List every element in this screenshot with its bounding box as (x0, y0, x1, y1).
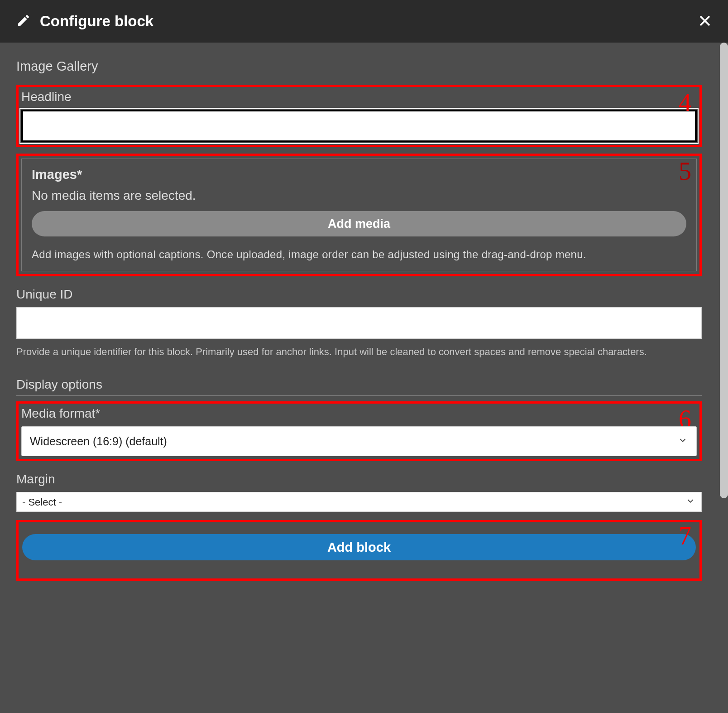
block-type-title: Image Gallery (16, 59, 702, 74)
margin-group: Margin - Select - (16, 472, 702, 512)
images-help-text: Add images with optional captions. Once … (32, 248, 686, 261)
margin-label: Margin (16, 472, 702, 487)
annotation-box-6: 6 Media format* Widescreen (16:9) (defau… (16, 401, 702, 461)
display-options-title: Display options (16, 377, 702, 396)
unique-id-help: Provide a unique identifier for this blo… (16, 344, 702, 359)
media-format-label: Media format* (21, 406, 697, 421)
configure-block-modal: Configure block Image Gallery 4 Headline… (0, 0, 728, 713)
unique-id-input[interactable] (16, 307, 702, 339)
headline-input[interactable] (21, 110, 697, 142)
display-options-section: Display options 6 Media format* Widescre… (16, 377, 702, 512)
add-block-button[interactable]: Add block (22, 534, 696, 560)
headline-label: Headline (21, 90, 697, 104)
margin-select-wrap: - Select - (16, 492, 702, 512)
images-legend: Images* (32, 167, 686, 182)
margin-select[interactable]: - Select - (16, 492, 702, 512)
close-button[interactable] (698, 14, 712, 29)
close-icon (698, 22, 712, 29)
unique-id-group: Unique ID Provide a unique identifier fo… (16, 287, 702, 359)
annotation-box-4: 4 Headline (16, 85, 702, 147)
modal-title: Configure block (40, 13, 153, 30)
annotation-number-4: 4 (679, 90, 691, 115)
media-format-select-wrap: Widescreen (16:9) (default) (21, 426, 697, 456)
modal-header: Configure block (0, 0, 728, 43)
modal-header-left: Configure block (16, 13, 153, 30)
annotation-number-7: 7 (679, 523, 691, 549)
modal-body: Image Gallery 4 Headline 5 Images* No me… (0, 43, 728, 713)
unique-id-label: Unique ID (16, 287, 702, 302)
annotation-box-7: 7 Add block (16, 520, 702, 581)
annotation-number-5: 5 (679, 159, 691, 184)
images-fieldset: Images* No media items are selected. Add… (21, 159, 697, 271)
images-empty-text: No media items are selected. (32, 188, 686, 203)
add-media-button[interactable]: Add media (32, 211, 686, 236)
media-format-select[interactable]: Widescreen (16:9) (default) (21, 426, 697, 456)
annotation-box-5: 5 Images* No media items are selected. A… (16, 154, 702, 276)
scrollbar[interactable] (720, 43, 728, 498)
pencil-icon (16, 13, 31, 29)
